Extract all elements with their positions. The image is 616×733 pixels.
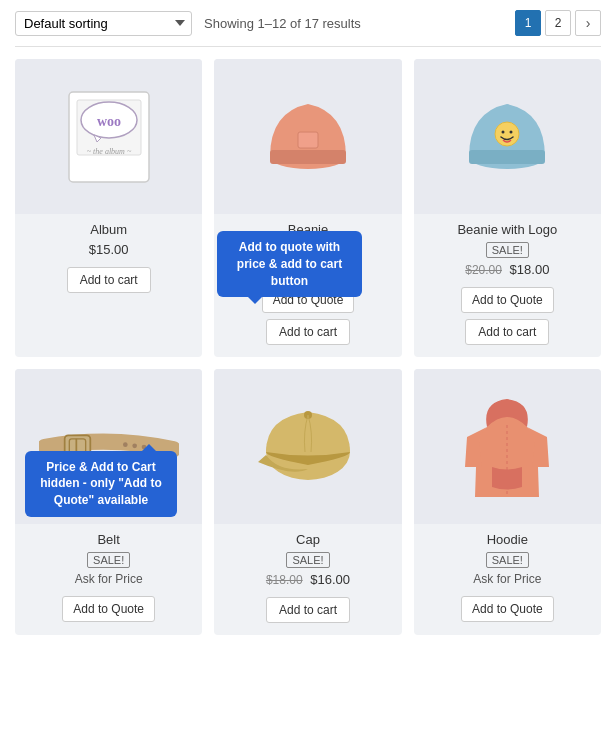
page-btn-1[interactable]: 1 — [515, 10, 541, 36]
toolbar: Default sorting Sort by popularity Sort … — [15, 10, 601, 47]
product-info-belt: Belt SALE! Ask for Price — [15, 524, 202, 586]
product-actions-beanie-logo: Add to Quote Add to cart — [414, 283, 601, 345]
ask-price-belt: Ask for Price — [25, 572, 192, 586]
product-image-beanie-logo — [414, 59, 601, 214]
page-btn-2[interactable]: 2 — [545, 10, 571, 36]
product-image-belt — [15, 369, 202, 524]
product-name-album: Album — [25, 222, 192, 237]
price-beanie: $20.00 $18.00 — [224, 262, 391, 277]
product-actions-cap: Add to cart — [214, 593, 401, 623]
svg-point-14 — [141, 444, 146, 449]
add-to-cart-cap[interactable]: Add to cart — [266, 597, 350, 623]
add-to-quote-beanie[interactable]: Add to Quote — [262, 287, 355, 313]
product-image-hoodie — [414, 369, 601, 524]
product-card-album: woo ~ the album ~ Album $15.00 Add to ca… — [15, 59, 202, 357]
product-name-beanie-logo: Beanie with Logo — [424, 222, 591, 237]
product-card-beanie-logo: Beanie with Logo SALE! $20.00 $18.00 Add… — [414, 59, 601, 357]
svg-rect-8 — [298, 132, 318, 148]
product-info-album: Album $15.00 — [15, 214, 202, 257]
product-name-belt: Belt — [25, 532, 192, 547]
svg-rect-7 — [270, 150, 346, 164]
add-to-quote-beanie-logo[interactable]: Add to Quote — [461, 287, 554, 313]
product-card-belt: Belt SALE! Ask for Price Add to Quote — [15, 369, 202, 635]
product-name-cap: Cap — [224, 532, 391, 547]
product-card-beanie: Beanie SALE! $20.00 $18.00 Add to Quote … — [214, 59, 401, 357]
product-name-beanie: Beanie — [224, 222, 391, 237]
results-text: Showing 1–12 of 17 results — [204, 16, 515, 31]
product-info-cap: Cap SALE! $18.00 $16.00 — [214, 524, 401, 587]
svg-rect-10 — [469, 150, 545, 164]
product-card-hoodie: Hoodie SALE! Ask for Price Add to Quote — [414, 369, 601, 635]
product-image-cap — [214, 369, 401, 524]
product-image-album: woo ~ the album ~ — [15, 59, 202, 214]
price-cap: $18.00 $16.00 — [224, 572, 391, 587]
sale-badge-hoodie: SALE! — [486, 552, 529, 568]
product-name-hoodie: Hoodie — [424, 532, 591, 547]
add-to-quote-hoodie[interactable]: Add to Quote — [461, 596, 554, 622]
add-to-cart-beanie[interactable]: Add to cart — [266, 319, 350, 345]
sale-badge-beanie-logo: SALE! — [486, 242, 529, 258]
product-image-beanie — [214, 59, 401, 214]
svg-text:woo: woo — [97, 114, 121, 129]
product-info-beanie-logo: Beanie with Logo SALE! $20.00 $18.00 — [414, 214, 601, 277]
sale-badge-beanie: SALE! — [286, 242, 329, 258]
sale-badge-belt: SALE! — [87, 552, 130, 568]
price-beanie-logo: $20.00 $18.00 — [424, 262, 591, 277]
product-card-cap: Cap SALE! $18.00 $16.00 Add to cart — [214, 369, 401, 635]
product-actions-album: Add to cart — [15, 263, 202, 293]
svg-point-16 — [123, 442, 128, 447]
page-wrapper: Default sorting Sort by popularity Sort … — [0, 0, 616, 645]
svg-point-13 — [510, 130, 513, 133]
add-to-cart-album[interactable]: Add to cart — [67, 267, 151, 293]
product-actions-beanie: Add to Quote Add to cart — [214, 283, 401, 345]
add-to-cart-beanie-logo[interactable]: Add to cart — [465, 319, 549, 345]
products-grid: woo ~ the album ~ Album $15.00 Add to ca… — [15, 59, 601, 635]
svg-point-12 — [502, 130, 505, 133]
sort-select[interactable]: Default sorting Sort by popularity Sort … — [15, 11, 192, 36]
product-actions-belt: Add to Quote — [15, 592, 202, 622]
pagination: 1 2 › — [515, 10, 601, 36]
price-album: $15.00 — [25, 242, 192, 257]
svg-text:~ the album ~: ~ the album ~ — [86, 147, 131, 156]
product-info-beanie: Beanie SALE! $20.00 $18.00 — [214, 214, 401, 277]
page-next-btn[interactable]: › — [575, 10, 601, 36]
sale-badge-cap: SALE! — [286, 552, 329, 568]
svg-point-15 — [132, 443, 137, 448]
ask-price-hoodie: Ask for Price — [424, 572, 591, 586]
product-info-hoodie: Hoodie SALE! Ask for Price — [414, 524, 601, 586]
product-actions-hoodie: Add to Quote — [414, 592, 601, 622]
add-to-quote-belt[interactable]: Add to Quote — [62, 596, 155, 622]
